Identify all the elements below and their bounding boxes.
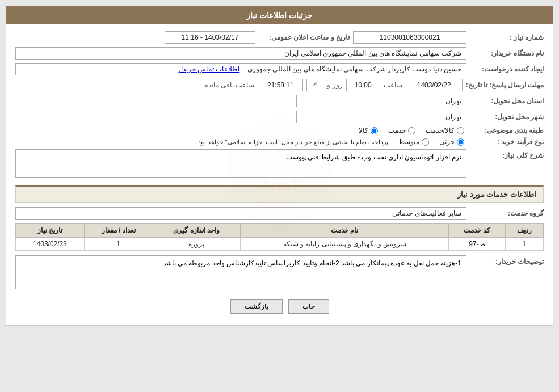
services-table: ردیف کد خدمت نام خدمت واحد اندازه گیری ت…: [15, 223, 544, 251]
tabaqe-group: کالا/خدمت خدمت کالا: [359, 127, 464, 134]
tabaqe-kala-khedmat-label: کالا/خدمت: [426, 127, 455, 134]
card-body: AnaT Ender.NET شماره نیاز : 110300106300…: [6, 24, 553, 325]
services-table-header-row: ردیف کد خدمت نام خدمت واحد اندازه گیری ت…: [16, 224, 544, 238]
mohlat-roz-label: روز و: [327, 81, 342, 89]
group-label: گروه خدمت:: [470, 209, 544, 217]
tabaqe-kala-item: کالا: [359, 127, 378, 134]
table-cell: سرویس و نگهداری و پشتیبانی رایانه و شبکه: [241, 238, 449, 251]
back-button[interactable]: بازگشت: [230, 299, 283, 314]
shahr-row: شهر محل تحویل: تهران: [15, 111, 544, 123]
tabaqe-kala-radio[interactable]: [371, 127, 378, 134]
tabaqe-label: طبقه بندی موضوعی:: [470, 127, 544, 134]
nooe-jozii-label: جزئی: [439, 138, 455, 146]
main-card: جزئیات اطلاعات نیاز AnaT Ender.NET شماره…: [6, 6, 553, 326]
mohlat-baqi-label: ساعت باقی مانده: [205, 81, 255, 89]
tabaqe-khedmat-radio[interactable]: [408, 127, 415, 134]
ijad-value: حسین دنیا دوست کاربردار شرکت سهامی نمایش…: [15, 63, 466, 75]
col-nam: نام خدمت: [241, 224, 449, 238]
shomara-label: شماره نیاز :: [470, 33, 544, 41]
ostan-value: تهران: [296, 95, 466, 107]
purchase-options: جزئی متوسط پرداخت تمام یا بخشی از مبلغ خ…: [196, 138, 464, 146]
nam-dastgah-row: نام دستگاه خریدار: شرکت سهامی نمایشگاه ه…: [15, 47, 544, 60]
print-button[interactable]: چاپ: [288, 299, 329, 314]
shomara-value: 1103001063000021: [353, 31, 466, 44]
mohlat-time: 10:00: [346, 79, 380, 91]
ijad-label: ایجاد کننده درخواست:: [470, 65, 544, 73]
col-kod: کد خدمت: [449, 224, 505, 238]
tabaqe-kala-label: کالا: [359, 127, 368, 134]
nooe-motevaset-radio[interactable]: [422, 138, 429, 146]
nam-dastgah-value: شرکت سهامی نمایشگاه های بین المللی جمهور…: [15, 47, 466, 60]
nooe-jozii-radio[interactable]: [457, 138, 464, 146]
page-title: جزئیات اطلاعات نیاز: [246, 11, 313, 20]
tabaqe-kala-khedmat-item: کالا/خدمت: [426, 127, 464, 134]
services-section-title: اطلاعات خدمات مورد نیاز: [457, 190, 536, 199]
ostan-row: استان محل تحویل: تهران: [15, 95, 544, 107]
purchase-type-row: نوع فرآیند خرید : جزئی متوسط پرداخت تمام…: [15, 138, 544, 146]
shomara-row: شماره نیاز : 1103001063000021 تاریخ و سا…: [15, 31, 544, 44]
nooe-motevaset-label: متوسط: [398, 138, 419, 146]
mohlat-roz: 4: [306, 79, 323, 91]
tozihat-label: توضیحات خریدار:: [470, 255, 544, 265]
mohlat-time-label: ساعت: [384, 81, 402, 89]
nam-dastgah-label: نام دستگاه خریدار:: [470, 49, 544, 57]
mohlat-label: مهلت ارسال پاسخ: تا تاریخ:: [466, 81, 544, 89]
shahr-value: تهران: [296, 111, 466, 123]
table-cell: 1403/02/23: [16, 238, 85, 251]
tabaqe-row: طبقه بندی موضوعی: کالا/خدمت خدمت کالا: [15, 127, 544, 134]
tabaqe-khedmat-label: خدمت: [388, 127, 406, 134]
col-radif: ردیف: [505, 224, 543, 238]
nooe-description: پرداخت تمام یا بخشی از مبلغ خریداز محل "…: [196, 138, 388, 146]
table-cell: ط-97: [449, 238, 505, 251]
table-row: 1ط-97سرویس و نگهداری و پشتیبانی رایانه و…: [16, 238, 544, 251]
sharh-label: شرح کلی نیاز:: [470, 149, 544, 159]
sharh-container: [15, 149, 466, 179]
mohlat-baqi: 21:58:11: [258, 79, 303, 91]
tarikh-label: تاریخ و ساعت اعلان عمومی:: [259, 33, 350, 41]
nooe-motevaset-item: متوسط: [398, 138, 429, 146]
etela-tamas-link[interactable]: اطلاعات تماس خریدار: [178, 65, 240, 73]
page-wrapper: جزئیات اطلاعات نیاز AnaT Ender.NET شماره…: [0, 0, 559, 331]
shahr-label: شهر محل تحویل:: [470, 113, 544, 121]
tarikh-value: 1403/02/17 - 11:16: [165, 31, 255, 44]
mohlat-date: 1403/02/22: [406, 79, 463, 91]
services-section-header: اطلاعات خدمات مورد نیاز: [15, 185, 544, 203]
ijad-text: حسین دنیا دوست کاربردار شرکت سهامی نمایش…: [247, 65, 461, 73]
col-tedad: تعداد / مقدار: [84, 224, 153, 238]
ostan-label: استان محل تحویل:: [470, 97, 544, 105]
purchase-label: نوع فرآیند خرید :: [470, 138, 544, 146]
group-row: گروه خدمت: سایر فعالیت‌های خدماتی: [15, 207, 544, 220]
col-tarikh: تاریخ نیاز: [16, 224, 85, 238]
services-table-head: ردیف کد خدمت نام خدمت واحد اندازه گیری ت…: [16, 224, 544, 238]
btn-row: چاپ بازگشت: [15, 299, 544, 314]
sharh-textarea[interactable]: [15, 149, 466, 178]
sharh-row: شرح کلی نیاز:: [15, 149, 544, 179]
tabaqe-kala-khedmat-radio[interactable]: [457, 127, 464, 134]
tozihat-textarea[interactable]: [15, 255, 466, 289]
card-header: جزئیات اطلاعات نیاز: [6, 6, 553, 24]
deadline-row: مهلت ارسال پاسخ: تا تاریخ: 1403/02/22 سا…: [15, 79, 544, 91]
services-table-body: 1ط-97سرویس و نگهداری و پشتیبانی رایانه و…: [16, 238, 544, 251]
tabaqe-khedmat-item: خدمت: [388, 127, 415, 134]
table-cell: پروژه: [153, 238, 241, 251]
nooe-jozii-item: جزئی: [439, 138, 464, 146]
tozihat-row: توضیحات خریدار:: [15, 255, 544, 291]
tozihat-container: [15, 255, 466, 291]
group-value: سایر فعالیت‌های خدماتی: [15, 207, 466, 220]
table-cell: 1: [505, 238, 543, 251]
col-vahed: واحد اندازه گیری: [153, 224, 241, 238]
table-cell: 1: [84, 238, 153, 251]
ijad-row: ایجاد کننده درخواست: حسین دنیا دوست کارب…: [15, 63, 544, 75]
